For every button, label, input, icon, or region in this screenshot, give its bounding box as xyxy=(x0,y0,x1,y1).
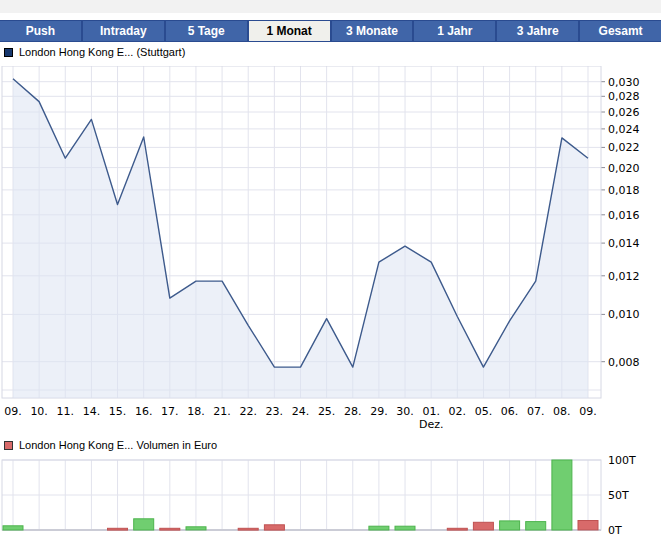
svg-text:0T: 0T xyxy=(608,524,622,537)
svg-text:06.: 06. xyxy=(501,405,519,418)
svg-text:16.: 16. xyxy=(135,405,153,418)
tab-gesamt[interactable]: Gesamt xyxy=(580,21,661,41)
svg-text:07.: 07. xyxy=(527,405,545,418)
svg-text:0,012: 0,012 xyxy=(608,270,640,283)
svg-text:0,022: 0,022 xyxy=(608,141,640,154)
svg-text:17.: 17. xyxy=(161,405,179,418)
svg-text:14.: 14. xyxy=(83,405,101,418)
tab-1-jahr[interactable]: 1 Jahr xyxy=(414,21,495,41)
tab-push[interactable]: Push xyxy=(0,21,81,41)
price-line-chart: 0,0300,0280,0260,0240,0220,0200,0180,016… xyxy=(0,66,661,434)
page-top-strip xyxy=(0,0,661,13)
volume-bar-chart: 0T50T100T xyxy=(0,448,661,545)
tab-5-tage[interactable]: 5 Tage xyxy=(166,21,247,41)
tab-3-monate[interactable]: 3 Monate xyxy=(332,21,413,41)
svg-text:09.: 09. xyxy=(579,405,597,418)
price-legend: London Hong Kong E... (Stuttgart) xyxy=(4,46,185,58)
svg-text:18.: 18. xyxy=(187,405,205,418)
tab-3-jahre[interactable]: 3 Jahre xyxy=(497,21,578,41)
svg-text:15.: 15. xyxy=(109,405,127,418)
price-legend-label: London Hong Kong E... (Stuttgart) xyxy=(19,46,185,58)
svg-text:25.: 25. xyxy=(318,405,336,418)
svg-text:0,010: 0,010 xyxy=(608,308,640,321)
svg-text:0,008: 0,008 xyxy=(608,356,640,369)
svg-text:0,024: 0,024 xyxy=(608,123,640,136)
quote-chart-widget: Push Intraday 5 Tage 1 Monat 3 Monate 1 … xyxy=(0,0,661,545)
svg-text:0,018: 0,018 xyxy=(608,184,640,197)
tab-intraday[interactable]: Intraday xyxy=(83,21,164,41)
svg-text:22.: 22. xyxy=(239,405,257,418)
svg-text:0,020: 0,020 xyxy=(608,162,640,175)
svg-text:02.: 02. xyxy=(449,405,467,418)
svg-text:08.: 08. xyxy=(553,405,571,418)
svg-text:50T: 50T xyxy=(608,489,629,502)
svg-text:24.: 24. xyxy=(292,405,310,418)
svg-text:Dez.: Dez. xyxy=(419,418,444,431)
svg-text:100T: 100T xyxy=(608,454,636,467)
svg-text:28.: 28. xyxy=(344,405,362,418)
period-tabbar: Push Intraday 5 Tage 1 Monat 3 Monate 1 … xyxy=(0,20,661,42)
svg-text:11.: 11. xyxy=(57,405,75,418)
svg-text:0,014: 0,014 xyxy=(608,237,640,250)
svg-text:0,016: 0,016 xyxy=(608,209,640,222)
svg-text:0,026: 0,026 xyxy=(608,106,640,119)
svg-text:10.: 10. xyxy=(30,405,48,418)
svg-text:23.: 23. xyxy=(266,405,284,418)
svg-text:05.: 05. xyxy=(475,405,493,418)
svg-text:30.: 30. xyxy=(396,405,414,418)
svg-text:0,030: 0,030 xyxy=(608,76,640,89)
svg-text:21.: 21. xyxy=(213,405,231,418)
svg-text:0,028: 0,028 xyxy=(608,90,640,103)
svg-text:09.: 09. xyxy=(4,405,22,418)
svg-text:01.: 01. xyxy=(422,405,440,418)
tab-1-monat[interactable]: 1 Monat xyxy=(249,21,330,41)
price-series-swatch-icon xyxy=(4,48,13,57)
svg-text:29.: 29. xyxy=(370,405,388,418)
